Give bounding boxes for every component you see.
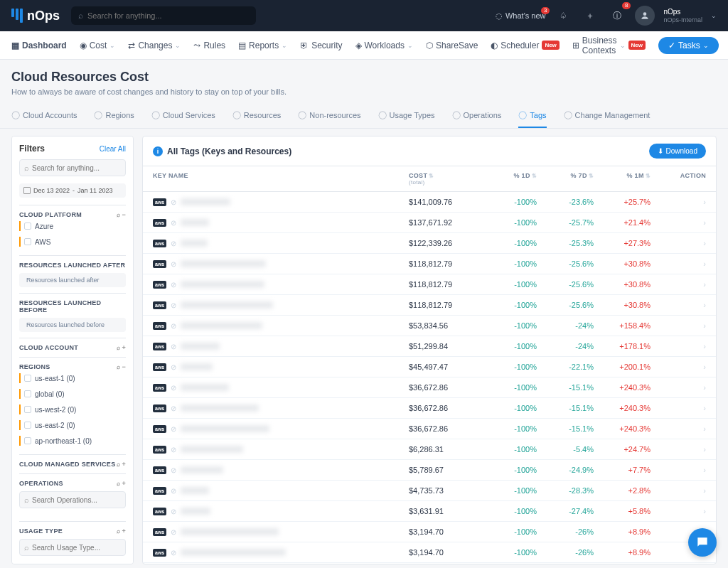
operations-search[interactable]: ⌕ <box>19 491 126 508</box>
nav-item-business-contexts[interactable]: ⊞Business Contexts⌄New <box>572 36 646 55</box>
usage-type-input[interactable] <box>32 544 121 552</box>
row-expand[interactable]: › <box>651 342 706 350</box>
nav-item-security[interactable]: ⛨Security <box>300 41 342 50</box>
table-row[interactable]: aws⊘xxxxxxxx$122,339.26-100%-25.3%+27.3%… <box>143 233 716 254</box>
table-row[interactable]: aws⊘xxxxxxxx$118,812.79-100%-25.6%+30.8%… <box>143 274 716 295</box>
table-row[interactable]: aws⊘xxxxxxxx$6,286.31-100%-5.4%+24.7%› <box>143 439 716 460</box>
download-button[interactable]: ⬇ Download <box>649 144 706 159</box>
col-7d[interactable]: % 7D⇅ <box>537 172 594 186</box>
nav-item-rules[interactable]: ⤳Rules <box>193 41 225 50</box>
row-expand[interactable]: › <box>651 198 706 206</box>
table-row[interactable]: aws⊘xxxxxxxx$3,194.70-100%-26%+8.9%› <box>143 522 716 542</box>
operations-input[interactable] <box>32 496 121 504</box>
checkbox[interactable] <box>24 437 31 444</box>
tab-change-management[interactable]: ◯Change Management <box>564 103 651 128</box>
region-item[interactable]: us-west-2 (0) <box>19 402 126 417</box>
global-search[interactable]: ⌕ <box>71 6 256 25</box>
table-row[interactable]: aws⊘xxxxxxxx$36,672.86-100%-15.1%+240.3%… <box>143 377 716 398</box>
col-1m[interactable]: % 1M⇅ <box>594 172 651 186</box>
bell-icon[interactable]: ♤ <box>554 6 572 25</box>
launched-after-picker[interactable]: Resources launched after <box>19 273 126 287</box>
table-row[interactable]: aws⊘xxxxxxxx$137,671.92-100%-25.7%+21.4%… <box>143 213 716 233</box>
avatar[interactable] <box>635 6 655 26</box>
table-row[interactable]: aws⊘xxxxxxxx$3,194.70-100%-26%+8.9%› <box>143 542 716 563</box>
row-expand[interactable]: › <box>651 507 706 515</box>
usage-type-search[interactable]: ⌕ <box>19 539 126 556</box>
table-row[interactable]: aws⊘xxxxxxxx$2,970.39-100%-25.7%+3.1%› <box>143 563 716 564</box>
filter-search-input[interactable] <box>32 164 121 172</box>
table-row[interactable]: aws⊘xxxxxxxx$4,735.73-100%-28.3%+2.8%› <box>143 481 716 501</box>
col-key[interactable]: KEY NAME <box>153 172 409 186</box>
tab-cloud-services[interactable]: ◯Cloud Services <box>151 103 215 128</box>
row-expand[interactable]: › <box>651 363 706 371</box>
filter-search[interactable]: ⌕ <box>19 159 126 176</box>
row-expand[interactable]: › <box>651 466 706 474</box>
tab-usage-types[interactable]: ◯Usage Types <box>378 103 435 128</box>
regions-header[interactable]: REGIONS ⌕− <box>19 363 126 370</box>
checkbox[interactable] <box>24 422 31 429</box>
table-row[interactable]: aws⊘xxxxxxxx$118,812.79-100%-25.6%+30.8%… <box>143 295 716 316</box>
cloud-account-header[interactable]: CLOUD ACCOUNT ⌕+ <box>19 344 126 351</box>
tab-tags[interactable]: ◯Tags <box>518 103 546 128</box>
row-expand[interactable]: › <box>651 383 706 392</box>
nav-item-sharesave[interactable]: ⬡ShareSave <box>426 41 478 50</box>
clear-all-button[interactable]: Clear All <box>100 145 126 153</box>
tab-operations[interactable]: ◯Operations <box>452 103 502 128</box>
info-icon[interactable]: ⓘ 8 <box>608 6 626 25</box>
table-row[interactable]: aws⊘xxxxxxxx$51,299.84-100%-24%+178.1%› <box>143 336 716 357</box>
table-row[interactable]: aws⊘xxxxxxxx$45,497.47-100%-22.1%+200.1%… <box>143 357 716 377</box>
chat-bubble[interactable] <box>688 528 717 557</box>
platform-item-azure[interactable]: Azure <box>19 218 126 234</box>
col-1d[interactable]: % 1D⇅ <box>480 172 537 186</box>
tasks-button[interactable]: ✓ Tasks ⌄ <box>658 37 719 54</box>
row-expand[interactable]: › <box>651 218 706 227</box>
row-expand[interactable]: › <box>651 445 706 454</box>
checkbox[interactable] <box>24 390 31 397</box>
chevron-down-icon[interactable]: ⌄ <box>711 12 717 19</box>
nav-item-scheduler[interactable]: ◐SchedulerNew <box>491 41 560 50</box>
row-expand[interactable]: › <box>651 239 706 247</box>
table-row[interactable]: aws⊘xxxxxxxx$5,789.67-100%-24.9%+7.7%› <box>143 460 716 481</box>
tab-non-resources[interactable]: ◯Non-resources <box>298 103 360 128</box>
row-expand[interactable]: › <box>651 486 706 495</box>
region-item[interactable]: global (0) <box>19 386 126 402</box>
cloud-managed-header[interactable]: CLOUD MANAGED SERVICES ⌕+ <box>19 461 126 468</box>
table-row[interactable]: aws⊘xxxxxxxx$36,672.86-100%-15.1%+240.3%… <box>143 398 716 419</box>
whatsnew-button[interactable]: ◌ What's new 3 <box>496 11 546 21</box>
row-expand[interactable]: › <box>651 424 706 433</box>
row-expand[interactable]: › <box>651 301 706 309</box>
nav-item-workloads[interactable]: ◈Workloads⌄ <box>355 41 413 50</box>
operations-header[interactable]: OPERATIONS ⌕+ <box>19 480 126 487</box>
table-row[interactable]: aws⊘xxxxxxxx$141,009.76-100%-23.6%+25.7%… <box>143 192 716 213</box>
nav-item-cost[interactable]: ◉Cost⌄ <box>80 41 116 50</box>
nav-item-dashboard[interactable]: ▦Dashboard <box>11 41 67 50</box>
col-cost[interactable]: COST⇅ (total) <box>409 172 480 186</box>
global-search-input[interactable] <box>87 11 249 20</box>
row-expand[interactable]: › <box>651 404 706 412</box>
checkbox[interactable] <box>24 406 31 413</box>
cloud-platform-header[interactable]: CLOUD PLATFORM ⌕− <box>19 211 126 218</box>
row-expand[interactable]: › <box>651 259 706 268</box>
table-row[interactable]: aws⊘xxxxxxxx$53,834.56-100%-24%+158.4%› <box>143 316 716 336</box>
checkbox[interactable] <box>24 223 31 230</box>
tab-resources[interactable]: ◯Resources <box>232 103 282 128</box>
info-icon[interactable]: i <box>153 146 163 156</box>
usage-type-header[interactable]: USAGE TYPE ⌕+ <box>19 527 126 535</box>
nav-item-changes[interactable]: ⇄Changes⌄ <box>128 41 181 50</box>
tab-cloud-accounts[interactable]: ◯Cloud Accounts <box>11 103 77 128</box>
row-expand[interactable]: › <box>651 321 706 330</box>
table-row[interactable]: aws⊘xxxxxxxx$118,812.79-100%-25.6%+30.8%… <box>143 254 716 274</box>
nav-item-reports[interactable]: ▤Reports⌄ <box>238 41 287 50</box>
plus-icon[interactable]: ＋ <box>581 6 599 25</box>
region-item[interactable]: ap-northeast-1 (0) <box>19 433 126 449</box>
checkbox[interactable] <box>24 375 31 382</box>
tab-regions[interactable]: ◯Regions <box>94 103 134 128</box>
table-row[interactable]: aws⊘xxxxxxxx$3,631.91-100%-27.4%+5.8%› <box>143 501 716 522</box>
date-range-picker[interactable]: Dec 13 2022 - Jan 11 2023 <box>19 183 126 198</box>
checkbox[interactable] <box>24 238 31 245</box>
region-item[interactable]: us-east-2 (0) <box>19 417 126 433</box>
table-row[interactable]: aws⊘xxxxxxxx$36,672.86-100%-15.1%+240.3%… <box>143 419 716 439</box>
launched-before-picker[interactable]: Resources launched before <box>19 318 126 332</box>
logo[interactable]: nOps <box>11 9 60 23</box>
platform-item-aws[interactable]: AWS <box>19 234 126 250</box>
